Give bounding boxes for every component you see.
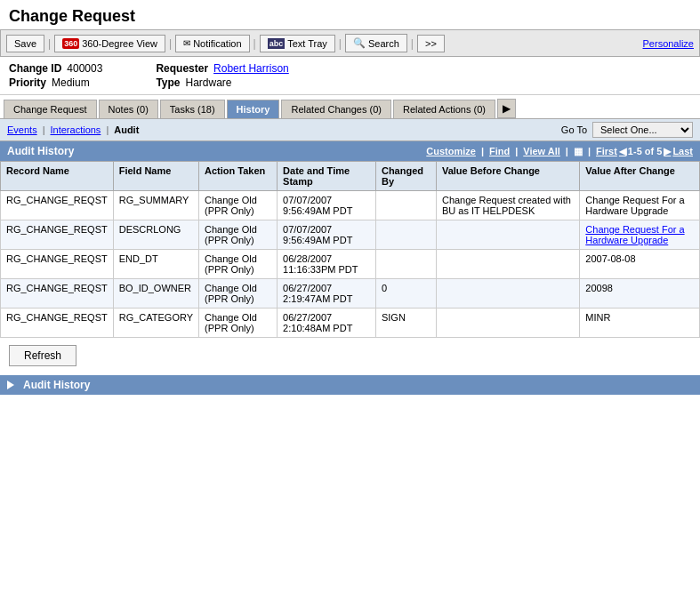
change-id-label: Change ID [9, 62, 61, 75]
footer-title: Audit History [23, 379, 90, 391]
prev-link[interactable]: ◀ [619, 146, 626, 157]
footer-triangle-icon [7, 381, 14, 389]
toolbar: Save | 360 360-Degree View | ✉ Notificat… [0, 29, 700, 57]
priority-value: Medium [52, 76, 90, 89]
customize-link[interactable]: Customize [426, 146, 476, 156]
table-cell: Change Old (PPR Only) [199, 279, 278, 309]
info-row: Change ID 400003 Priority Medium Request… [0, 57, 700, 95]
pagination: First ◀ 1-5 of 5 ▶ Last [596, 146, 693, 157]
tabs-row: Change Request Notes (0) Tasks (18) Hist… [0, 95, 700, 119]
table-cell: END_DT [113, 250, 198, 279]
section-controls: Customize | Find | View All | ▦ | First … [426, 146, 693, 157]
table-cell: RG_CHANGE_REQST [1, 250, 114, 279]
goto-select[interactable]: Select One... Change Request Notes Tasks… [592, 122, 693, 138]
col-field-name: Field Name [113, 162, 198, 191]
col-value-before: Value Before Change [436, 162, 579, 191]
sub-nav-sep-2: | [106, 124, 109, 135]
tab-notes[interactable]: Notes (0) [99, 100, 158, 118]
col-datetime: Date and Time Stamp [278, 162, 376, 191]
viewall-link[interactable]: View All [523, 146, 560, 156]
notification-icon: ✉ [183, 38, 190, 48]
360-icon: 360 [62, 38, 79, 49]
pagination-info: 1-5 of 5 [628, 146, 663, 156]
cell-link[interactable]: Change Request For a Hardware Upgrade [585, 224, 684, 245]
requester-value[interactable]: Robert Harrison [213, 62, 289, 75]
search-button[interactable]: 🔍 Search [345, 34, 407, 52]
table-cell [375, 220, 436, 250]
table-cell [375, 250, 436, 279]
col-changed-by: Changed By [375, 162, 436, 191]
tab-nav-icon[interactable]: ▶ [497, 99, 516, 118]
tab-related-actions[interactable]: Related Actions (0) [393, 100, 495, 118]
personalize-link[interactable]: Personalize [643, 38, 694, 49]
sub-nav-sep-1: | [43, 124, 45, 135]
table-cell: BO_ID_OWNER [113, 279, 198, 309]
last-link[interactable]: Last [672, 146, 693, 156]
table-cell: RG_CHANGE_REQST [1, 279, 114, 309]
notification-button[interactable]: ✉ Notification [175, 35, 249, 52]
tab-history[interactable]: History [227, 100, 280, 118]
audit-label: Audit [114, 124, 139, 135]
table-cell: 06/28/2007 11:16:33PM PDT [278, 250, 376, 279]
bottom-bar: Refresh [0, 338, 700, 373]
footer-section: Audit History [0, 375, 700, 395]
table-row: RG_CHANGE_REQSTRG_CATEGORYChange Old (PP… [1, 309, 700, 338]
table-cell: RG_CHANGE_REQST [1, 309, 114, 338]
change-id-value: 400003 [67, 62, 102, 75]
next-link[interactable]: ▶ [664, 146, 671, 157]
texttray-button[interactable]: abc Text Tray [260, 35, 335, 52]
texttray-icon: abc [268, 38, 286, 49]
save-button[interactable]: Save [6, 35, 44, 52]
table-cell: MINR [580, 309, 700, 338]
section-header: Audit History Customize | Find | View Al… [0, 141, 700, 161]
toolbar-sep-1: | [46, 37, 52, 50]
type-label: Type [156, 76, 180, 89]
find-link[interactable]: Find [489, 146, 510, 156]
table-cell: RG_CATEGORY [113, 309, 198, 338]
audit-table: Record Name Field Name Action Taken Date… [0, 161, 700, 338]
change-id-group: Change ID 400003 Priority Medium [9, 62, 102, 89]
table-cell [436, 309, 579, 338]
table-cell: 06/27/2007 2:10:48AM PDT [278, 309, 376, 338]
tab-change-request[interactable]: Change Request [4, 100, 97, 118]
toolbar-sep-5: | [409, 37, 415, 50]
toolbar-sep-3: | [252, 37, 258, 50]
table-cell: Change Request created with BU as IT HEL… [436, 191, 579, 220]
events-link[interactable]: Events [7, 124, 37, 135]
type-value: Hardware [186, 76, 232, 89]
table-cell: Change Request For a Hardware Upgrade [580, 191, 700, 220]
table-cell: RG_CHANGE_REQST [1, 220, 114, 250]
first-link[interactable]: First [596, 146, 617, 156]
more-button[interactable]: >> [417, 35, 445, 52]
search-icon: 🔍 [353, 37, 366, 49]
priority-label: Priority [9, 76, 46, 89]
table-row: RG_CHANGE_REQSTEND_DTChange Old (PPR Onl… [1, 250, 700, 279]
table-cell: 0 [375, 279, 436, 309]
table-cell: 07/07/2007 9:56:49AM PDT [278, 191, 376, 220]
table-cell: DESCRLONG [113, 220, 198, 250]
col-action-taken: Action Taken [199, 162, 278, 191]
table-cell: RG_SUMMARY [113, 191, 198, 220]
requester-group: Requester Robert Harrison Type Hardware [156, 62, 288, 89]
table-cell [436, 220, 579, 250]
table-cell: 20098 [580, 279, 700, 309]
goto-label: Go To [561, 124, 587, 135]
table-row: RG_CHANGE_REQSTBO_ID_OWNERChange Old (PP… [1, 279, 700, 309]
col-value-after: Value After Change [580, 162, 700, 191]
interactions-link[interactable]: Interactions [51, 124, 101, 135]
table-cell: Change Old (PPR Only) [199, 309, 278, 338]
refresh-button[interactable]: Refresh [9, 345, 76, 366]
table-cell: SIGN [375, 309, 436, 338]
tab-related-changes[interactable]: Related Changes (0) [281, 100, 391, 118]
goto-group: Go To Select One... Change Request Notes… [561, 122, 693, 138]
table-row: RG_CHANGE_REQSTRG_SUMMARYChange Old (PPR… [1, 191, 700, 220]
table-cell [375, 191, 436, 220]
table-cell: 07/07/2007 9:56:49AM PDT [278, 220, 376, 250]
tab-tasks[interactable]: Tasks (18) [160, 100, 225, 118]
table-cell[interactable]: Change Request For a Hardware Upgrade [580, 220, 700, 250]
view360-button[interactable]: 360 360-Degree View [54, 35, 165, 52]
table-row: RG_CHANGE_REQSTDESCRLONGChange Old (PPR … [1, 220, 700, 250]
table-icon: ▦ [574, 146, 583, 157]
table-cell: 2007-08-08 [580, 250, 700, 279]
toolbar-sep-4: | [337, 37, 343, 50]
